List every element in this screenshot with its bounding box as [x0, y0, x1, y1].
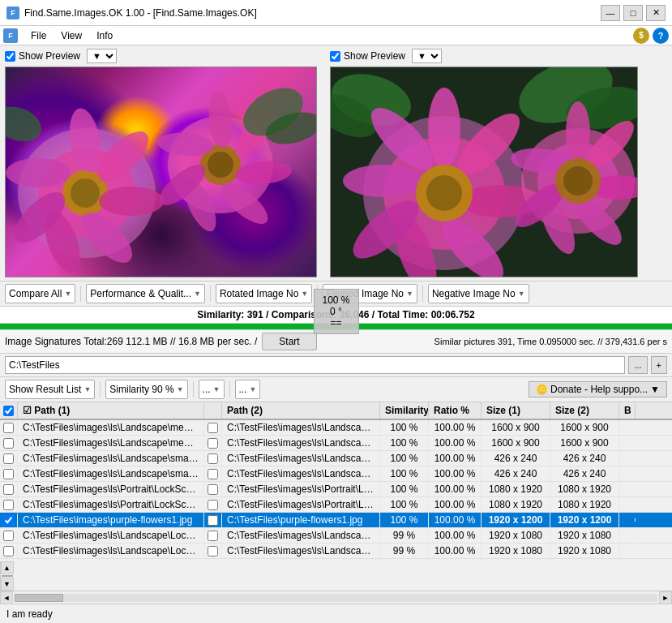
table-body: C:\TestFiles\images\ls\Landscape\medium\… — [0, 420, 672, 561]
row-path1: C:\TestFiles\images\purple-flowers1.jpg — [18, 513, 204, 527]
table-row[interactable]: C:\TestFiles\images\ls\Portrait\LockScre… — [0, 482, 672, 497]
similarity-dropdown[interactable]: Similarity 90 % ▼ — [105, 380, 187, 399]
col-header-path2[interactable]: Path (2) — [222, 402, 380, 419]
row-path2: C:\TestFiles\images\ls\Portrait\LockScr.… — [222, 497, 380, 512]
row-check2[interactable] — [204, 560, 222, 562]
menubar: F File View Info $ ? — [0, 26, 672, 45]
hscroll-left-arrow[interactable]: ◄ — [0, 591, 13, 604]
row-check2[interactable] — [204, 544, 222, 558]
options-more1-dropdown[interactable]: ... ▼ — [199, 380, 225, 399]
row-path2: C:\TestFiles\images\ls\Landscape\medi... — [222, 436, 380, 450]
row-check2[interactable] — [204, 436, 222, 450]
vertical-scrollbar[interactable]: ▲ ▼ — [0, 561, 13, 591]
table-row[interactable]: C:\TestFiles\images\ls\Landscape\small\L… — [0, 451, 672, 466]
row-check2[interactable] — [204, 513, 222, 527]
row-ratio: 99.00 % — [429, 559, 482, 561]
performance-dropdown[interactable]: Performance & Qualit... ▼ — [86, 284, 205, 303]
options-more2-dropdown[interactable]: ... ▼ — [235, 380, 261, 399]
col-header-check1[interactable] — [0, 402, 18, 419]
hscroll-thumb[interactable] — [15, 594, 63, 602]
path-add-button[interactable]: + — [651, 356, 667, 374]
titlebar: F Find.Same.Images.OK 1.00 - [Find.Same.… — [0, 0, 672, 26]
donate-button[interactable]: 🪙 Donate - Help suppo... ▼ — [529, 381, 667, 397]
row-check2[interactable] — [204, 483, 222, 496]
left-preview-dropdown[interactable]: ▼ — [87, 49, 117, 63]
table-row[interactable]: C:\TestFiles\images\ls\Landscape\LockScr… — [0, 528, 672, 544]
col-header-similarity[interactable]: Similarity — [380, 402, 429, 419]
scroll-down-arrow[interactable]: ▼ — [1, 578, 14, 591]
row-check2[interactable] — [204, 452, 222, 466]
negative-dropdown[interactable]: Negative Image No ▼ — [428, 284, 529, 303]
row-size2: 426 x 240 — [550, 559, 619, 561]
row-path2: C:\TestFiles\images\ls\Landscape\small..… — [222, 451, 380, 466]
row-check[interactable] — [0, 467, 18, 481]
menu-file[interactable]: File — [24, 28, 53, 43]
row-b — [619, 472, 636, 475]
close-button[interactable]: ✕ — [646, 5, 666, 21]
row-check[interactable] — [0, 436, 18, 450]
start-button[interactable]: Start — [262, 333, 316, 350]
row-b — [619, 457, 636, 460]
left-preview-image[interactable] — [5, 67, 317, 277]
minimize-button[interactable]: — — [601, 5, 620, 21]
col-header-size2[interactable]: Size (2) — [550, 402, 619, 419]
row-check[interactable] — [0, 544, 18, 558]
row-b — [619, 441, 636, 445]
row-b — [619, 549, 636, 552]
row-ratio: 100.00 % — [429, 466, 482, 481]
right-preview-dropdown[interactable]: ▼ — [412, 49, 442, 63]
table-row[interactable]: C:\TestFiles\images\ls\Landscape\medium\… — [0, 420, 672, 436]
col-header-ratio[interactable]: Ratio % — [429, 402, 482, 419]
zoom-angle: 0 ° — [322, 306, 349, 317]
row-check[interactable] — [0, 421, 18, 435]
row-check2[interactable] — [204, 498, 222, 512]
path-input[interactable] — [5, 356, 625, 374]
row-size2: 426 x 240 — [550, 466, 619, 481]
row-size1: 1920 x 1080 — [482, 559, 550, 561]
row-check2[interactable] — [204, 529, 222, 543]
compare-all-dropdown[interactable]: Compare All ▼ — [5, 284, 75, 303]
maximize-button[interactable]: □ — [623, 5, 643, 21]
row-check[interactable] — [0, 513, 18, 527]
scroll-thumb[interactable] — [2, 575, 13, 577]
table-row[interactable]: C:\TestFiles\images\ls\Portrait\LockScre… — [0, 497, 672, 513]
right-preview-image[interactable] — [330, 67, 638, 277]
help-button[interactable]: ? — [653, 28, 669, 44]
table-row[interactable]: C:\TestFiles\images\ls\Landscape\medium\… — [0, 436, 672, 451]
row-check[interactable] — [0, 498, 18, 512]
table-row-selected[interactable]: C:\TestFiles\images\purple-flowers1.jpg … — [0, 513, 672, 528]
row-check[interactable] — [0, 483, 18, 496]
row-path1: C:\TestFiles\images\ls\Landscape\LockScr… — [18, 544, 204, 558]
ready-text: I am ready — [6, 608, 53, 620]
table-row[interactable]: C:\TestFiles\images\ls\Landscape\LockScr… — [0, 559, 672, 561]
col-header-size1[interactable]: Size (1) — [482, 402, 550, 419]
right-preview-checkbox[interactable] — [330, 51, 340, 62]
row-sim: 100 % — [380, 420, 429, 435]
table-row[interactable]: C:\TestFiles\images\ls\Landscape\small\L… — [0, 466, 672, 482]
col-header-b: B — [619, 402, 636, 419]
hscroll-right-arrow[interactable]: ► — [659, 591, 672, 604]
row-path1: C:\TestFiles\images\ls\Portrait\LockScre… — [18, 497, 204, 512]
horizontal-scrollbar[interactable]: ◄ ► — [0, 591, 672, 604]
row-b — [619, 503, 636, 506]
menu-info[interactable]: Info — [90, 28, 119, 43]
row-size2: 1080 x 1920 — [550, 482, 619, 496]
row-path2: C:\TestFiles\purple-flowers1.jpg — [222, 513, 380, 527]
menu-view[interactable]: View — [54, 28, 88, 43]
select-all-checkbox[interactable] — [3, 406, 14, 416]
table-row[interactable]: C:\TestFiles\images\ls\Landscape\LockScr… — [0, 544, 672, 559]
table-inner: ☑ Path (1) Path (2) Similarity Ratio % S… — [0, 402, 672, 561]
row-b — [619, 534, 636, 537]
row-path2: C:\TestFiles\images\ls\Landscape\medi... — [222, 420, 380, 435]
row-sim: 100 % — [380, 482, 429, 496]
col-header-path1[interactable]: ☑ Path (1) — [18, 402, 204, 419]
path-more-button[interactable]: ... — [628, 356, 647, 374]
show-result-dropdown[interactable]: Show Result List ▼ — [5, 380, 95, 399]
row-check2[interactable] — [204, 421, 222, 435]
row-check[interactable] — [0, 529, 18, 543]
scroll-up-arrow[interactable]: ▲ — [1, 561, 14, 574]
row-check[interactable] — [0, 452, 18, 466]
row-check2[interactable] — [204, 467, 222, 481]
left-preview-checkbox[interactable] — [5, 51, 15, 62]
rotated-dropdown[interactable]: Rotated Image No ▼ — [216, 284, 312, 303]
